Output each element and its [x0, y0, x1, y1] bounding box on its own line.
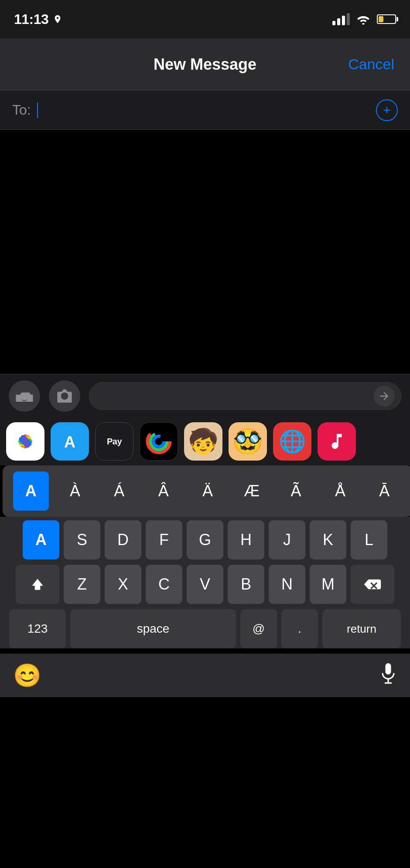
search-globe-icon: 🌐 — [279, 429, 306, 454]
web-search-icon[interactable]: 🌐 — [273, 422, 311, 461]
app-store-icon[interactable]: A — [51, 422, 89, 461]
location-icon — [53, 14, 62, 24]
activity-icon[interactable] — [140, 422, 178, 461]
at-key[interactable]: @ — [240, 609, 277, 648]
app-store-logo: A — [57, 428, 83, 454]
memoji2-icon[interactable]: 🥸 — [229, 422, 267, 461]
key-Z[interactable]: Z — [64, 565, 100, 604]
emoji-button[interactable]: 😊 — [13, 662, 41, 689]
appstore-button[interactable] — [49, 380, 80, 412]
key-L[interactable]: L — [351, 520, 387, 559]
apple-pay-icon[interactable]: Pay — [95, 422, 133, 461]
to-label: To: — [12, 102, 31, 118]
appstore-icon — [56, 387, 73, 405]
popup-key-atilde[interactable]: Ã — [278, 471, 314, 511]
popup-key-A[interactable]: A — [13, 471, 49, 511]
send-icon — [378, 390, 390, 402]
key-B[interactable]: B — [228, 565, 264, 604]
key-D[interactable]: D — [105, 520, 141, 559]
photos-icon — [12, 428, 38, 454]
svg-rect-12 — [386, 663, 391, 675]
key-M[interactable]: M — [310, 565, 346, 604]
music-icon[interactable] — [318, 422, 356, 461]
key-H[interactable]: H — [228, 520, 264, 559]
status-icons — [332, 13, 396, 25]
key-N[interactable]: N — [269, 565, 305, 604]
camera-button[interactable] — [9, 380, 40, 412]
add-icon: + — [383, 103, 391, 118]
send-button[interactable] — [374, 386, 395, 407]
microphone-button[interactable] — [379, 663, 397, 688]
microphone-icon — [379, 663, 397, 686]
popup-key-aring[interactable]: Å — [322, 471, 358, 511]
cancel-button[interactable]: Cancel — [348, 56, 394, 73]
backspace-key[interactable] — [351, 565, 394, 604]
popup-key-aacute[interactable]: Á — [101, 471, 137, 511]
battery-fill — [379, 16, 383, 22]
message-input-bar[interactable] — [89, 382, 401, 410]
add-recipient-button[interactable]: + — [376, 99, 398, 121]
key-X[interactable]: X — [105, 565, 141, 604]
memoji2-face: 🥸 — [232, 427, 263, 456]
period-key[interactable]: . — [281, 609, 318, 648]
keyboard: A S D F G H J K L Z X C V B N M 123 spac… — [0, 517, 410, 648]
emoji-icon: 😊 — [13, 663, 41, 688]
nav-title: New Message — [154, 55, 256, 74]
app-icons-row: A Pay 🧒 🥸 🌐 — [0, 417, 410, 465]
svg-text:A: A — [64, 433, 75, 451]
backspace-icon — [364, 577, 381, 591]
message-body[interactable] — [0, 130, 410, 374]
popup-key-agrave[interactable]: À — [57, 471, 93, 511]
space-key[interactable]: space — [70, 609, 236, 648]
keyboard-bottom-bar: 😊 — [0, 654, 410, 697]
battery-icon — [377, 14, 396, 24]
keyboard-row-bottom-letters: Z X C V B N M — [0, 565, 410, 604]
time-display: 11:13 — [14, 11, 48, 27]
status-time: 11:13 — [14, 11, 62, 27]
keyboard-row-middle: A S D F G H J K L — [0, 520, 410, 559]
svg-point-11 — [154, 436, 164, 447]
numbers-key[interactable]: 123 — [9, 609, 66, 648]
key-K[interactable]: K — [310, 520, 346, 559]
popup-key-amacron[interactable]: Ā — [366, 471, 402, 511]
to-cursor — [37, 102, 38, 118]
signal-bars — [332, 13, 350, 25]
to-field: To: + — [0, 91, 410, 130]
message-toolbar — [0, 374, 410, 417]
popup-key-ae[interactable]: Æ — [234, 471, 270, 511]
nav-bar: New Message Cancel — [0, 38, 410, 91]
popup-key-acirc[interactable]: Â — [146, 471, 181, 511]
status-bar: 11:13 — [0, 0, 410, 38]
key-C[interactable]: C — [146, 565, 182, 604]
popup-key-auml[interactable]: Ä — [190, 471, 226, 511]
key-F[interactable]: F — [146, 520, 182, 559]
wifi-icon — [356, 14, 371, 25]
keyboard-row-special: 123 space @ . return — [0, 609, 410, 648]
key-V[interactable]: V — [187, 565, 223, 604]
key-G[interactable]: G — [187, 520, 223, 559]
key-S[interactable]: S — [64, 520, 100, 559]
photos-app-icon[interactable] — [6, 422, 44, 461]
activity-rings — [145, 427, 173, 455]
music-note-icon — [327, 431, 347, 451]
key-J[interactable]: J — [269, 520, 305, 559]
memoji1-icon[interactable]: 🧒 — [184, 422, 222, 461]
shift-key[interactable] — [16, 565, 59, 604]
return-key[interactable]: return — [322, 609, 401, 648]
memoji1-face: 🧒 — [188, 427, 219, 456]
shift-icon — [29, 576, 46, 593]
key-A[interactable]: A — [23, 520, 59, 559]
camera-icon — [16, 388, 33, 404]
apple-pay-label: Pay — [107, 437, 122, 447]
keyboard-popup: A À Á Â Ä Æ Ã Å Ā — [3, 465, 410, 517]
